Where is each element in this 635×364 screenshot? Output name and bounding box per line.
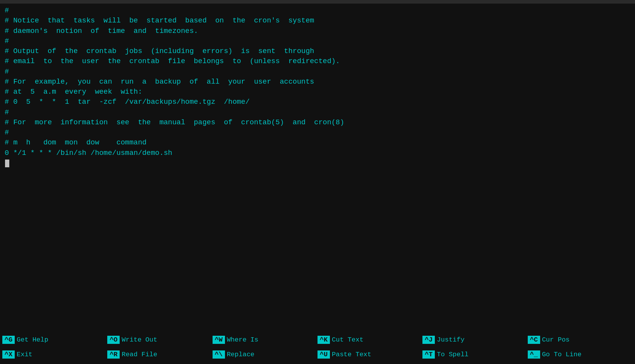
shortcut-item[interactable]: ^UPaste Text — [318, 350, 419, 359]
editor-line: # For more information see the manual pa… — [5, 118, 630, 128]
shortcut-key: ^T — [422, 350, 435, 359]
shortcut-item[interactable]: ^JJustify — [422, 336, 523, 344]
title-bar — [0, 0, 635, 3]
editor-line: # For example, you can run a backup of a… — [5, 77, 630, 87]
shortcut-key: ^U — [318, 350, 330, 359]
editor-line: # — [5, 6, 630, 16]
shortcut-key: ^C — [528, 336, 540, 344]
shortcut-item[interactable]: ^\Replace — [213, 350, 314, 359]
shortcut-bar: ^GGet Help^OWrite Out^WWhere Is^KCut Tex… — [0, 332, 635, 364]
cursor-line — [5, 158, 630, 168]
shortcut-item[interactable]: ^OWrite Out — [107, 336, 208, 344]
shortcut-item[interactable]: ^KCut Text — [318, 336, 419, 344]
shortcut-label: Cur Pos — [542, 336, 570, 343]
shortcut-row-1: ^GGet Help^OWrite Out^WWhere Is^KCut Tex… — [2, 332, 633, 347]
shortcut-label: Where Is — [227, 336, 259, 343]
shortcut-item[interactable]: ^XExit — [2, 350, 103, 359]
shortcut-row-2: ^XExit^RRead File^\Replace^UPaste Text^T… — [2, 347, 633, 362]
shortcut-key: ^\ — [213, 350, 225, 359]
shortcut-label: Get Help — [17, 336, 48, 343]
shortcut-label: Replace — [227, 351, 254, 358]
editor-line: # at 5 a.m every week with: — [5, 87, 630, 97]
shortcut-label: Go To Line — [542, 351, 582, 358]
shortcut-label: Write Out — [122, 336, 157, 343]
shortcut-key: ^G — [2, 336, 15, 344]
editor-line: # — [5, 108, 630, 118]
shortcut-key: ^_ — [528, 350, 540, 359]
shortcut-item[interactable]: ^GGet Help — [2, 336, 103, 344]
editor-line: # Output of the crontab jobs (including … — [5, 46, 630, 57]
shortcut-label: Cut Text — [332, 336, 364, 343]
shortcut-key: ^J — [422, 336, 435, 344]
shortcut-item[interactable]: ^CCur Pos — [528, 336, 629, 344]
shortcut-key: ^X — [2, 350, 15, 359]
shortcut-item[interactable]: ^_Go To Line — [528, 350, 629, 359]
editor-line: # — [5, 128, 630, 138]
editor-line: # email to the user the crontab file bel… — [5, 57, 630, 67]
shortcut-key: ^O — [107, 336, 120, 344]
shortcut-key: ^W — [213, 336, 225, 344]
shortcut-item[interactable]: ^TTo Spell — [422, 350, 523, 359]
shortcut-label: Paste Text — [332, 351, 371, 358]
status-bar — [0, 318, 635, 332]
editor-line: # 0 5 * * 1 tar -zcf /var/backups/home.t… — [5, 97, 630, 107]
shortcut-label: To Spell — [437, 351, 469, 358]
text-cursor — [5, 160, 9, 167]
editor-area[interactable]: ## Notice that tasks will be started bas… — [0, 3, 635, 318]
editor-line: # m h dom mon dow command — [5, 138, 630, 148]
editor-line: # Notice that tasks will be started base… — [5, 16, 630, 26]
shortcut-label: Justify — [437, 336, 464, 343]
shortcut-item[interactable]: ^RRead File — [107, 350, 208, 359]
editor-line: # — [5, 67, 630, 77]
editor-line: # — [5, 36, 630, 46]
shortcut-key: ^R — [107, 350, 120, 359]
editor-line: 0 */1 * * * /bin/sh /home/usman/demo.sh — [5, 148, 630, 158]
shortcut-item[interactable]: ^WWhere Is — [213, 336, 314, 344]
shortcut-key: ^K — [318, 336, 330, 344]
shortcut-label: Exit — [17, 351, 33, 358]
editor-line: # daemon's notion of time and timezones. — [5, 26, 630, 36]
shortcut-label: Read File — [122, 351, 157, 358]
terminal-window: ## Notice that tasks will be started bas… — [0, 0, 635, 364]
